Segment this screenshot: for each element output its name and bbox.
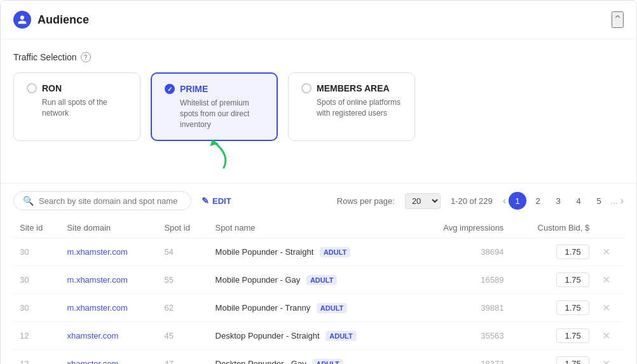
adult-badge: ADULT: [306, 275, 337, 285]
pagination: ‹ 1 2 3 4 5 ... ›: [503, 192, 624, 210]
bid-input[interactable]: [556, 245, 589, 259]
pagination-info: 1-20 of 229: [451, 196, 493, 206]
cell-remove[interactable]: ✕: [596, 294, 624, 322]
remove-button[interactable]: ✕: [602, 358, 610, 364]
search-input[interactable]: [39, 196, 182, 206]
header-left: Audience: [13, 11, 89, 29]
traffic-label-row: Traffic Selection ?: [13, 52, 624, 62]
arrow-hint: [195, 136, 233, 173]
members-area-title: MEMBERS AREA: [317, 83, 390, 93]
col-spot-id: Spot id: [158, 218, 209, 238]
cell-site-domain[interactable]: xhamster.com: [60, 322, 158, 350]
adult-badge: ADULT: [325, 331, 356, 341]
edit-icon: ✎: [202, 196, 209, 206]
remove-button[interactable]: ✕: [602, 274, 610, 286]
traffic-options: RON Run all spots of the network PRIME W…: [13, 72, 624, 141]
traffic-card-members-area[interactable]: MEMBERS AREA Spots of online platforms w…: [288, 72, 415, 141]
adult-badge: ADULT: [317, 303, 347, 313]
adult-badge: ADULT: [320, 247, 350, 257]
search-icon: 🔍: [23, 196, 34, 206]
col-spot-name: Spot name: [209, 218, 413, 238]
cell-avg-impressions: 16589: [413, 266, 510, 294]
edit-button[interactable]: ✎ EDIT: [202, 196, 231, 206]
page-1-button[interactable]: 1: [509, 192, 526, 210]
cell-site-id: 30: [13, 266, 60, 294]
cell-spot-id: 62: [158, 294, 209, 322]
cell-custom-bid[interactable]: [510, 322, 596, 350]
rows-per-page-label: Rows per page:: [337, 196, 395, 206]
bid-input[interactable]: [556, 328, 589, 343]
table-header-row: Site id Site domain Spot id Spot name Av…: [13, 218, 624, 238]
next-page-button[interactable]: ›: [620, 195, 624, 206]
table-section: 🔍 ✎ EDIT Rows per page: 20 50 100 1-20 o…: [1, 184, 636, 364]
cell-site-id: 12: [13, 350, 60, 364]
cell-remove[interactable]: ✕: [596, 238, 624, 266]
cell-spot-name: Mobile Popunder - Straight ADULT: [209, 238, 413, 266]
cell-custom-bid[interactable]: [510, 266, 596, 294]
col-avg-impressions: Avg impressions: [413, 218, 510, 238]
help-icon[interactable]: ?: [81, 52, 91, 62]
ron-title: RON: [42, 83, 62, 93]
traffic-selection-label: Traffic Selection: [13, 52, 77, 62]
cell-remove[interactable]: ✕: [596, 322, 624, 350]
table-row: 12 xhamster.com 45 Desktop Popunder - St…: [13, 322, 624, 350]
cell-spot-name: Desktop Popunder - Straight ADULT: [209, 322, 413, 350]
prime-title: PRIME: [180, 84, 208, 94]
ron-card-header: RON: [27, 83, 62, 93]
audience-icon: [13, 11, 31, 29]
ron-radio: [27, 83, 37, 93]
cell-site-domain[interactable]: m.xhamster.com: [60, 294, 158, 322]
cell-site-id: 12: [13, 322, 60, 350]
traffic-card-ron[interactable]: RON Run all spots of the network: [13, 72, 140, 141]
cell-remove[interactable]: ✕: [596, 350, 624, 364]
cell-custom-bid[interactable]: [510, 294, 596, 322]
ron-desc: Run all spots of the network: [27, 97, 127, 119]
cell-site-domain[interactable]: m.xhamster.com: [60, 238, 158, 266]
pagination-dots: ...: [610, 196, 618, 206]
bid-input[interactable]: [556, 273, 589, 287]
cell-site-domain[interactable]: xhamster.com: [60, 350, 158, 364]
cell-spot-id: 47: [158, 350, 209, 364]
bid-input[interactable]: [556, 300, 589, 315]
page-title: Audience: [38, 13, 89, 27]
prev-page-button[interactable]: ‹: [503, 195, 506, 206]
cell-remove[interactable]: ✕: [596, 266, 624, 294]
prime-card-header: PRIME: [165, 84, 208, 94]
table-toolbar: 🔍 ✎ EDIT Rows per page: 20 50 100 1-20 o…: [13, 191, 624, 210]
cell-spot-name: Mobile Popunder - Tranny ADULT: [209, 294, 413, 322]
cell-custom-bid[interactable]: [510, 350, 596, 364]
page-5-button[interactable]: 5: [590, 192, 608, 210]
cell-spot-id: 54: [158, 238, 209, 266]
traffic-card-prime[interactable]: PRIME Whitelist of premium spots from ou…: [151, 72, 278, 141]
members-area-card-header: MEMBERS AREA: [301, 83, 390, 93]
bid-input[interactable]: [556, 356, 589, 364]
remove-button[interactable]: ✕: [602, 302, 610, 314]
col-site-domain: Site domain: [60, 218, 158, 238]
prime-desc: Whitelist of premium spots from our dire…: [165, 98, 264, 130]
adult-badge: ADULT: [312, 359, 343, 364]
spots-table: Site id Site domain Spot id Spot name Av…: [13, 218, 624, 364]
cell-site-domain[interactable]: m.xhamster.com: [60, 266, 158, 294]
col-actions: [596, 218, 624, 238]
collapse-button[interactable]: ⌃: [612, 11, 624, 28]
table-row: 30 m.xhamster.com 62 Mobile Popunder - T…: [13, 294, 624, 322]
cell-avg-impressions: 35563: [413, 322, 510, 350]
col-site-id: Site id: [13, 218, 60, 238]
rows-per-page-select[interactable]: 20 50 100: [405, 193, 441, 209]
remove-button[interactable]: ✕: [602, 330, 610, 342]
page-3-button[interactable]: 3: [549, 192, 567, 210]
prime-radio: [165, 84, 175, 94]
cell-avg-impressions: 18372: [413, 350, 510, 364]
cell-avg-impressions: 38694: [413, 238, 510, 266]
search-box[interactable]: 🔍: [13, 191, 191, 210]
cell-spot-name: Desktop Popunder - Gay ADULT: [209, 350, 413, 364]
cell-custom-bid[interactable]: [510, 238, 596, 266]
cell-site-id: 30: [13, 294, 60, 322]
cell-site-id: 30: [13, 238, 60, 266]
page-4-button[interactable]: 4: [570, 192, 587, 210]
page-2-button[interactable]: 2: [529, 192, 547, 210]
cell-spot-name: Mobile Popunder - Gay ADULT: [209, 266, 413, 294]
header: Audience ⌃: [1, 1, 636, 39]
col-custom-bid: Custom Bid, $: [510, 218, 596, 238]
remove-button[interactable]: ✕: [602, 246, 610, 258]
